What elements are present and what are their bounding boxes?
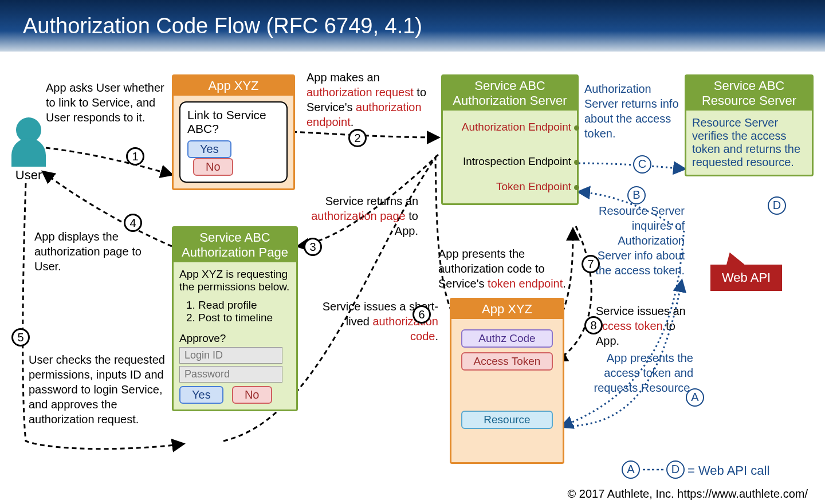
login-id-input[interactable] (179, 347, 282, 364)
user-label: User (11, 168, 46, 183)
step-2-badge: 2 (348, 129, 367, 147)
diagram-canvas: User App XYZ Link to Service ABC? Yes No… (0, 52, 825, 504)
legend-A-badge: A (622, 460, 640, 479)
letter-B-badge: B (627, 186, 646, 204)
authorization-server-box: Service ABCAuthorization Server Authoriz… (441, 74, 579, 205)
step-8-badge: 8 (584, 316, 603, 334)
legend-D-badge: D (666, 460, 685, 479)
annotation-8: Service issues an access token to App. (596, 304, 688, 348)
link-yes-button[interactable]: Yes (187, 140, 231, 158)
step-6-badge: 6 (412, 305, 431, 324)
page-title: Authorization Code Flow (RFC 6749, 4.1) (23, 14, 422, 38)
resource-server-desc: Resource Server verifies the access toke… (686, 111, 812, 175)
approve-label: Approve? (179, 332, 290, 345)
letter-D-badge: D (768, 196, 786, 215)
annotation-4: App displays the authorization page to U… (34, 229, 160, 274)
introspection-endpoint: Introspection Endpoint (449, 155, 571, 168)
link-prompt: Link to Service ABC? Yes No (179, 101, 288, 183)
authz-code-chip: Authz Code (461, 329, 553, 348)
authz-server-header: Service ABCAuthorization Server (443, 76, 577, 111)
step-1-badge: 1 (126, 147, 144, 166)
annotation-3: Service returns an authorization page to… (304, 194, 418, 238)
title-bar: Authorization Code Flow (RFC 6749, 4.1) (0, 0, 825, 52)
annotation-A: App presents the access token and reques… (590, 351, 693, 395)
access-token-chip: Access Token (461, 352, 553, 371)
annotation-5: User checks the requested permissions, i… (29, 352, 172, 427)
perm-1: 1. Read profile (186, 299, 290, 312)
annotation-B: Resource Server inquires of Authorizatio… (590, 203, 685, 278)
annotation-C: Authorization Server returns info about … (584, 81, 679, 141)
resource-server-header: Service ABCResource Server (686, 76, 812, 111)
step-5-badge: 5 (11, 328, 30, 346)
token-endpoint: Token Endpoint (449, 180, 571, 193)
authz-page-header: Service ABCAuthorization Page (174, 228, 296, 262)
annotation-7: App presents the authorization code to S… (438, 246, 579, 291)
link-prompt-text: Link to Service ABC? (187, 108, 280, 136)
authorization-page-box: Service ABCAuthorization Page App XYZ is… (172, 226, 298, 411)
password-input[interactable] (179, 366, 282, 383)
footer-credit: © 2017 Authlete, Inc. https://www.authle… (568, 487, 808, 501)
resource-chip: Resource (461, 411, 553, 429)
step-4-badge: 4 (124, 214, 142, 232)
authorization-endpoint: Authorization Endpoint (449, 121, 571, 133)
app-xyz-2-header: App XYZ (451, 300, 563, 319)
webapi-label: Web API (710, 265, 782, 291)
approve-no-button[interactable]: No (232, 386, 272, 404)
letter-A-badge: A (686, 388, 704, 407)
app-xyz-box: App XYZ Link to Service ABC? Yes No (172, 74, 295, 190)
letter-C-badge: C (633, 155, 651, 174)
resource-server-box: Service ABCResource Server Resource Serv… (685, 74, 814, 176)
perm-2: 2. Post to timeline (186, 312, 290, 324)
step-7-badge: 7 (582, 255, 600, 273)
annotation-1: App asks User whether to link to Service… (46, 80, 166, 125)
user-icon: User (11, 117, 46, 183)
approve-yes-button[interactable]: Yes (179, 386, 223, 404)
annotation-2: App makes an authorization request to Se… (307, 70, 438, 129)
legend-text: = Web API call (688, 463, 769, 479)
app-xyz-box-2: App XYZ Authz Code Access Token Resource (450, 298, 564, 464)
link-no-button[interactable]: No (193, 158, 233, 176)
step-3-badge: 3 (304, 238, 322, 256)
authz-page-intro: App XYZ is requesting the permissions be… (179, 268, 290, 293)
app-xyz-header: App XYZ (174, 76, 293, 96)
